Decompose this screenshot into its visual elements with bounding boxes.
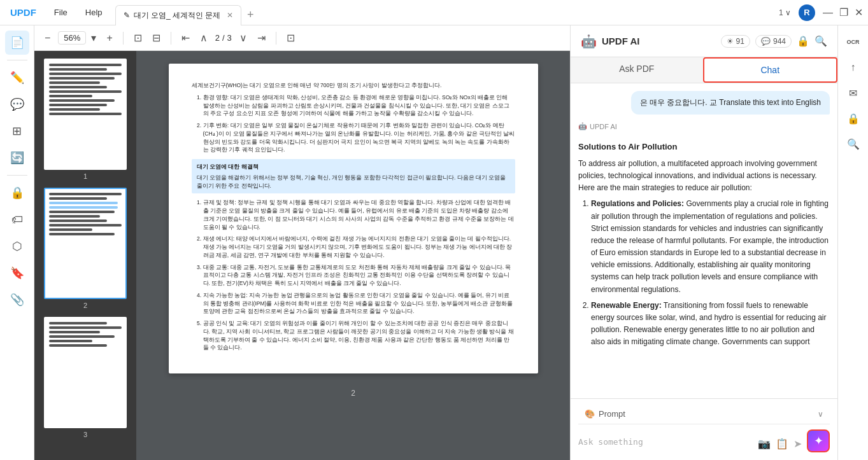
user-avatar[interactable]: R — [799, 4, 815, 21]
add-tab-button[interactable]: + — [241, 6, 259, 24]
zoom-out-button[interactable]: − — [42, 31, 53, 45]
thumb-label-3: 3 — [83, 431, 87, 438]
pdf-list-item-1: 환경 영향: 대기 오염은 생태계의 막화, 산성비, 오존층 감소 등 환경에… — [203, 94, 515, 118]
ai-input-right-controls: 📷 📋 ➤ — [758, 435, 802, 452]
ai-response-content: Solutions to Air Pollution To address ai… — [578, 141, 830, 352]
total-pages: 3 — [227, 33, 232, 43]
protect-button[interactable]: 🔒 — [842, 107, 865, 130]
mail-button[interactable]: ✉ — [842, 81, 865, 104]
pdf-toolbar: − 56% ▾ + ⊡ ⊟ ⇤ ∧ 2 / 3 ∨ ⇥ ⊡ — [34, 25, 570, 51]
thumb-image-2 — [44, 188, 127, 299]
page-number-bottom: 2 — [351, 389, 355, 398]
ocr-button[interactable]: OCR — [842, 31, 865, 53]
close-button[interactable]: ✕ — [855, 6, 863, 18]
ai-credit-badge-sun[interactable]: ☀ 91 — [721, 35, 750, 48]
crop-button[interactable]: ⊡ — [284, 31, 297, 45]
ai-panel-title: UPDF AI — [602, 36, 716, 46]
lock-icon[interactable]: 🔒 — [797, 35, 809, 47]
thumbnail-1[interactable]: 1 — [44, 59, 127, 180]
thumbnail-3[interactable]: 3 — [44, 317, 127, 438]
ai-credit-badge-chat[interactable]: 💬 944 — [755, 35, 792, 48]
page-separator: / — [222, 33, 225, 43]
ai-response-title: Solutions to Air Pollution — [578, 141, 830, 154]
ai-prompt-label: 🎨 Prompt — [585, 409, 625, 419]
tab-chat[interactable]: Chat — [703, 57, 838, 83]
page-up-button[interactable]: ∧ — [197, 31, 210, 45]
zoom-control: 56% ▾ — [58, 31, 99, 45]
first-page-button[interactable]: ⇤ — [179, 31, 192, 45]
pdf-list-item-2: 기후 변화: 대기 오염은 일부 오염 물질이 온실기체로 작용하기 때문에 기… — [203, 122, 515, 154]
zoom-in-button[interactable]: + — [104, 31, 115, 45]
active-tab[interactable]: ✎ 대기 오염_ 세계적인 문제 ✕ — [115, 5, 242, 25]
pdf-thumbnails-panel: 1 2 — [34, 51, 136, 460]
toolbar-separator — [123, 32, 124, 45]
left-sidebar: 📄 ✏️ 💬 ⊞ 🔄 🔒 🏷 ⬡ 🔖 📎 — [0, 25, 34, 460]
ai-item-2-title: Renewable Energy: — [591, 301, 662, 310]
ai-input-area: 🎨 Prompt ∨ 📷 📋 ➤ ✦ — [571, 398, 837, 460]
magic-ai-button[interactable]: ✦ — [807, 429, 830, 452]
page-down-button[interactable]: ∨ — [237, 31, 250, 45]
help-menu[interactable]: Help — [78, 5, 110, 20]
ai-item-1-text: Governments play a crucial role in fight… — [591, 199, 829, 293]
sidebar-item-attachment[interactable]: 📎 — [5, 288, 29, 312]
sidebar-item-stamp[interactable]: 🏷 — [5, 207, 29, 232]
tab-icon: ✎ — [124, 11, 130, 20]
fit-width-button[interactable]: ⊟ — [150, 31, 163, 45]
current-page[interactable]: 2 — [215, 33, 220, 43]
image-attach-icon[interactable]: 📷 — [758, 438, 771, 450]
tab-bar: ✎ 대기 오염_ 세계적인 문제 ✕ + — [115, 0, 774, 25]
sidebar-item-comment[interactable]: 💬 — [5, 92, 29, 116]
pdf-paragraph-1: 세계보건기구(WHO)는 대기 오염으로 인해 매년 약 700만 명의 조기 … — [192, 81, 515, 90]
title-bar: UPDF File Help ✎ 대기 오염_ 세계적인 문제 ✕ + 1 ∨ … — [0, 0, 868, 25]
pdf-page-wrapper: 세계보건기구(WHO)는 대기 오염으로 인해 매년 약 700만 명의 조기 … — [169, 64, 538, 447]
pdf-content-area[interactable]: 세계보건기구(WHO)는 대기 오염으로 인해 매년 약 700만 명의 조기 … — [136, 51, 570, 460]
pdf-area: − 56% ▾ + ⊡ ⊟ ⇤ ∧ 2 / 3 ∨ ⇥ ⊡ — [34, 25, 570, 460]
zoom-dropdown-button[interactable]: ▾ — [89, 31, 99, 45]
thumb-image-3 — [44, 317, 127, 428]
maximize-button[interactable]: ❐ — [839, 6, 848, 18]
search-button[interactable]: 🔍 — [842, 132, 865, 155]
sidebar-item-organize[interactable]: ⊞ — [5, 119, 29, 143]
share-button[interactable]: ↑ — [842, 56, 865, 79]
chat-icon: 💬 — [761, 37, 771, 46]
ai-list-item-2: Renewable Energy: Transitioning from fos… — [591, 300, 830, 349]
ai-list-item-1: Regulations and Policies: Governments pl… — [591, 198, 830, 296]
fit-page-button[interactable]: ⊡ — [131, 31, 145, 45]
tab-close-btn[interactable]: ✕ — [227, 11, 233, 20]
pdf-solution-1: 규제 및 정책: 정부는 규제 및 정책 시행을 통해 대기 오염과 싸우는 데… — [203, 199, 515, 231]
pdf-solution-2: 재생 에너지: 태양 에너지에서 바람에너지, 수력에 걸친 재생 가능 에너지… — [203, 235, 515, 259]
sidebar-item-layers[interactable]: ⬡ — [5, 234, 29, 258]
minimize-button[interactable]: — — [823, 7, 833, 18]
sidebar-item-edit[interactable]: ✏️ — [5, 66, 29, 90]
ai-response-label: 🤖 UPDF AI — [578, 122, 830, 130]
sidebar-item-convert[interactable]: 🔄 — [5, 146, 29, 170]
app-logo: UPDF — [5, 7, 41, 18]
prompt-label-text: Prompt — [599, 409, 625, 419]
thumb-label-2: 2 — [83, 302, 87, 309]
version-label[interactable]: 1 ∨ — [779, 8, 791, 17]
ai-label-text: UPDF AI — [590, 123, 617, 130]
search-icon[interactable]: 🔍 — [815, 35, 827, 47]
tab-ask-pdf[interactable]: Ask PDF — [571, 57, 703, 83]
ai-input-field[interactable] — [578, 437, 753, 452]
thumbnail-2[interactable]: 2 — [44, 188, 127, 309]
pdf-section-intro: 대기 오염을 해결하기 위해서는 정부 정책, 기술 혁신, 개인 행동을 포함… — [197, 174, 510, 190]
pdf-page-2: 세계보건기구(WHO)는 대기 오염으로 인해 매년 약 700만 명의 조기 … — [169, 64, 538, 373]
ai-prompt-selector[interactable]: 🎨 Prompt ∨ — [578, 404, 830, 424]
window-controls: — ❐ ✕ — [823, 6, 863, 18]
last-page-button[interactable]: ⇥ — [255, 31, 268, 45]
clipboard-icon[interactable]: 📋 — [776, 438, 788, 450]
sidebar-item-document[interactable]: 📄 — [5, 31, 29, 55]
sidebar-divider — [7, 60, 27, 60]
sidebar-item-protect[interactable]: 🔒 — [5, 181, 29, 205]
sidebar-item-bookmark[interactable]: 🔖 — [5, 261, 29, 285]
menu-bar: File Help — [46, 5, 110, 20]
send-button[interactable]: ➤ — [793, 438, 802, 450]
ai-input-row: 📷 📋 ➤ ✦ — [578, 424, 830, 455]
ai-label-icon: 🤖 — [578, 122, 587, 130]
file-menu[interactable]: File — [46, 5, 75, 20]
sun-icon: ☀ — [727, 37, 734, 46]
thumb-image-1 — [44, 59, 127, 170]
ai-credits-display: ☀ 91 💬 944 — [721, 35, 792, 48]
zoom-value-display[interactable]: 56% — [58, 31, 86, 45]
